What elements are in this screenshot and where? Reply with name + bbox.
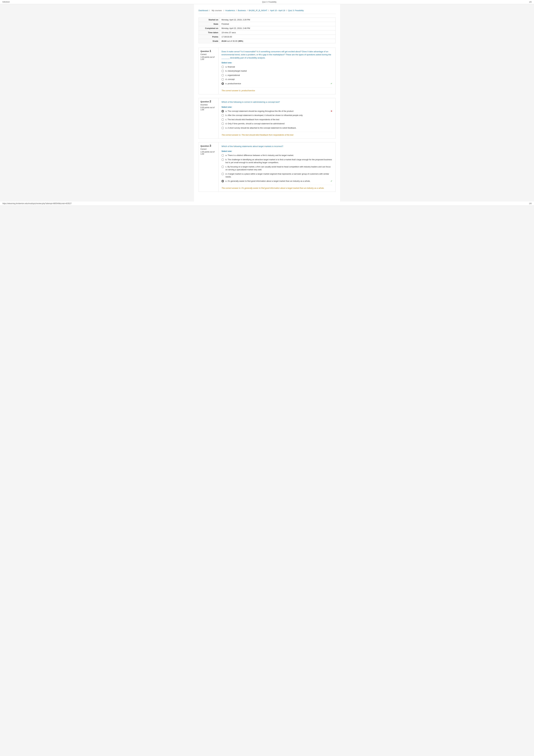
answer-option[interactable]: c. The test should elicit feedback from …	[221, 118, 332, 121]
question-sidebar: Question 1Correct1.00 points out of 1.00	[199, 48, 218, 94]
radio-button[interactable]	[221, 127, 224, 129]
breadcrumb-course[interactable]: BA260_IP_B_NIGHT	[249, 9, 267, 12]
radio-button[interactable]	[221, 173, 224, 175]
answer-text: a. There is a distinct difference betwee…	[225, 154, 332, 157]
footer-page: 1/6	[529, 202, 532, 204]
radio-button[interactable]	[221, 158, 224, 161]
question-sidebar: Question 2Incorrect0.00 points out of 1.…	[199, 98, 218, 139]
breadcrumb-sep1: /	[209, 9, 210, 12]
answer-option[interactable]: e. A short survey should be attached to …	[221, 126, 332, 129]
breadcrumb-sep6: /	[286, 9, 287, 12]
answer-option[interactable]: b. After the concept statement is develo…	[221, 114, 332, 117]
radio-button[interactable]	[221, 180, 224, 182]
answer-text: b. After the concept statement is develo…	[225, 114, 332, 117]
answer-option[interactable]: d. concept	[221, 78, 332, 81]
breadcrumb-dashboard[interactable]: Dashboard	[198, 9, 208, 12]
summary-label: Grade	[199, 39, 220, 43]
question-status: Incorrect	[200, 104, 216, 106]
answer-option[interactable]: a. financial	[221, 65, 332, 68]
summary-value: 17.00/19.00	[220, 35, 336, 39]
select-one-label: Select one:	[221, 150, 332, 152]
breadcrumb-sep3: /	[236, 9, 237, 12]
summary-label: Points	[199, 35, 220, 39]
radio-button[interactable]	[221, 166, 224, 168]
radio-button[interactable]	[221, 154, 224, 157]
answer-option[interactable]: d. A target market is a place within a l…	[221, 173, 332, 178]
answer-text: b. The challenge in identifying an attra…	[225, 158, 332, 164]
question-block: Question 2Incorrect0.00 points out of 1.…	[198, 98, 336, 139]
radio-button[interactable]	[221, 66, 224, 68]
question-points: 1.00 points out of 1.00	[200, 56, 216, 60]
correct-answer-line: The correct answer is: The test should e…	[221, 132, 332, 136]
page-wrapper: Dashboard / My courses / Academics / Bus…	[194, 4, 340, 202]
question-sidebar: Question 3Correct1.00 points out of 1.00	[199, 143, 218, 192]
summary-label: Time taken	[199, 31, 220, 35]
summary-row: Completed onMonday, April 22, 2019, 2:48…	[199, 26, 336, 31]
footer-url: https://elearning.linnbenton.edu/mod/qui…	[2, 202, 71, 204]
answer-option[interactable]: b. The challenge in identifying an attra…	[221, 158, 332, 164]
correct-answer-line: The correct answer is: It's generally ea…	[221, 185, 332, 189]
radio-button[interactable]	[221, 114, 224, 117]
summary-value: Monday, April 22, 2019, 2:48 PM	[220, 26, 336, 31]
radio-button[interactable]	[221, 82, 224, 85]
answer-text: e. It's generally easier to find good in…	[225, 179, 330, 183]
select-one-label: Select one:	[221, 62, 332, 64]
answer-option[interactable]: e. It's generally easier to find good in…	[221, 179, 332, 183]
question-points: 1.00 points out of 1.00	[200, 151, 216, 155]
breadcrumb: Dashboard / My courses / Academics / Bus…	[198, 7, 336, 14]
summary-label: State	[199, 22, 220, 26]
summary-value: Finished	[220, 22, 336, 26]
answer-option[interactable]: e. product/service✔	[221, 82, 332, 85]
summary-row: Time taken19 mins 37 secs	[199, 31, 336, 35]
breadcrumb-business[interactable]: Business	[238, 9, 246, 12]
questions-container: Question 1Correct1.00 points out of 1.00…	[198, 47, 336, 192]
answer-text: d. A target market is a place within a l…	[225, 173, 332, 178]
breadcrumb-academics[interactable]: Academics	[225, 9, 235, 12]
summary-row: StateFinished	[199, 22, 336, 26]
browser-page: 1/6	[529, 1, 532, 3]
select-one-label: Select one:	[221, 106, 332, 108]
radio-button[interactable]	[221, 70, 224, 72]
question-content: Does it make sense? Is it reasonable? Is…	[218, 48, 335, 94]
answer-text: c. The test should elicit feedback from …	[225, 118, 332, 121]
question-status: Correct	[200, 53, 216, 55]
breadcrumb-quiz[interactable]: Quiz 3: Feasibility	[288, 9, 304, 12]
browser-bar: 5/9/2019 Quiz 3: Feasibility 1/6	[0, 0, 534, 4]
answer-option[interactable]: d. Only if time permits, should a concep…	[221, 122, 332, 125]
question-status: Correct	[200, 148, 216, 150]
breadcrumb-sep4: /	[247, 9, 248, 12]
breadcrumb-week[interactable]: April 10 - April 16	[270, 9, 285, 12]
answer-option[interactable]: a. The concept statement should be ongoi…	[221, 110, 332, 113]
footer-bar: https://elearning.linnbenton.edu/mod/qui…	[0, 202, 534, 206]
summary-label: Completed on	[199, 26, 220, 31]
browser-date: 5/9/2019	[2, 1, 10, 3]
answer-option[interactable]: c. By focusing on a target market, a fir…	[221, 165, 332, 171]
answer-text: a. The concept statement should be ongoi…	[225, 110, 330, 113]
answer-text: d. Only if time permits, should a concep…	[225, 122, 332, 125]
question-block: Question 3Correct1.00 points out of 1.00…	[198, 142, 336, 192]
answer-option[interactable]: c. organizational	[221, 74, 332, 77]
radio-button[interactable]	[221, 74, 224, 76]
summary-row: Points17.00/19.00	[199, 35, 336, 39]
correct-checkmark-icon: ✔	[331, 82, 332, 85]
radio-button[interactable]	[221, 122, 224, 125]
correct-answer-line: The correct answer is: product/service	[221, 88, 332, 92]
radio-button[interactable]	[221, 118, 224, 121]
question-points: 0.00 points out of 1.00	[200, 106, 216, 111]
answer-option[interactable]: b. industry/target market	[221, 69, 332, 72]
breadcrumb-sep5: /	[268, 9, 269, 12]
radio-button[interactable]	[221, 110, 224, 112]
answer-text: d. concept	[225, 78, 332, 81]
question-block: Question 1Correct1.00 points out of 1.00…	[198, 47, 336, 94]
question-text: Does it make sense? Is it reasonable? Is…	[221, 50, 332, 59]
answer-text: e. A short survey should be attached to …	[225, 126, 332, 129]
question-content: Which of the following statements about …	[218, 143, 335, 192]
summary-value: 26.84 out of 30.00 (89%)	[220, 39, 336, 43]
answer-option[interactable]: a. There is a distinct difference betwee…	[221, 154, 332, 157]
browser-title: Quiz 3: Feasibility	[262, 1, 277, 3]
radio-button[interactable]	[221, 78, 224, 81]
summary-row: Grade26.84 out of 30.00 (89%)	[199, 39, 336, 43]
summary-label: Started on	[199, 18, 220, 22]
correct-checkmark-icon: ✔	[331, 179, 332, 183]
answer-text: e. product/service	[225, 82, 330, 85]
